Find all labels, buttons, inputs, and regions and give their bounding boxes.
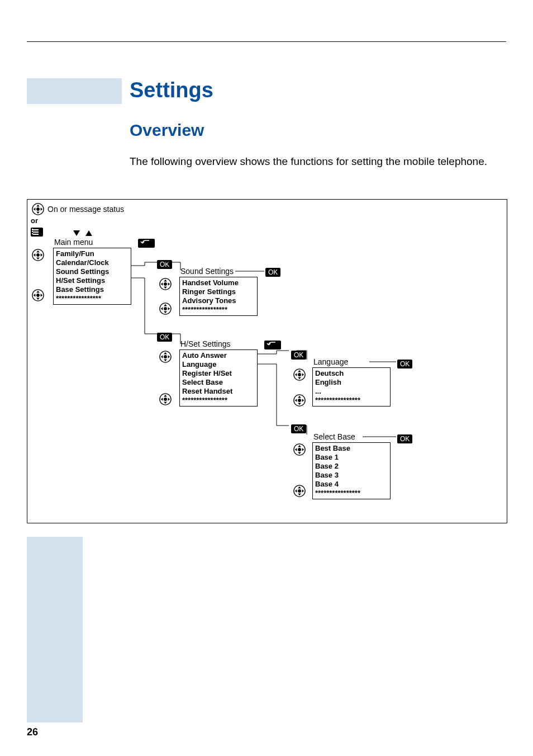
ok-badge: OK	[397, 433, 412, 443]
ok-badge: OK	[157, 332, 172, 342]
top-rule	[27, 41, 506, 42]
nav-icon	[32, 289, 44, 301]
hset-settings-box: Auto Answer Language Register H/Set Sele…	[179, 349, 258, 407]
connector-line	[363, 437, 402, 438]
menu-item: Advisory Tones	[182, 296, 255, 305]
page-title: Settings	[130, 78, 213, 102]
menu-item: Reset Handset	[182, 387, 255, 396]
menu-item: Select Base	[182, 378, 255, 387]
nav-icon	[293, 485, 306, 497]
back-badge	[264, 339, 281, 349]
menu-item: ****************	[182, 305, 255, 314]
svg-point-17	[298, 373, 301, 376]
down-triangle-icon	[73, 228, 80, 238]
connector-line	[131, 278, 182, 351]
ok-badge: OK	[291, 349, 306, 360]
left-heading-band	[27, 78, 122, 104]
menu-item: Best Base	[315, 444, 388, 453]
menu-overview-diagram: On or message status or Main menu Family…	[27, 199, 507, 523]
sound-settings-box: Handset Volume Ringer Settings Advisory …	[179, 277, 258, 316]
menu-item: Base 1	[315, 453, 388, 462]
nav-icon	[293, 394, 306, 407]
menu-key-icon	[31, 226, 43, 237]
menu-item: Language	[182, 360, 255, 369]
ok-badge: OK	[265, 267, 280, 277]
svg-point-1	[36, 207, 40, 211]
svg-point-9	[164, 307, 167, 310]
nav-icon	[159, 303, 172, 315]
menu-item: Family/Fun	[56, 249, 129, 258]
language-label: Language	[313, 357, 348, 366]
svg-point-24	[298, 489, 301, 493]
ok-badge: OK	[291, 423, 306, 433]
hset-settings-label: H/Set Settings	[180, 339, 231, 348]
page-number: 26	[27, 726, 38, 738]
menu-item: Calendar/Clock	[56, 258, 129, 267]
connector-line	[131, 266, 182, 276]
nav-icon	[32, 203, 44, 215]
menu-item: H/Set Settings	[56, 276, 129, 285]
menu-item: ****************	[56, 294, 129, 303]
svg-point-3	[36, 253, 40, 257]
menu-item: Deutsch	[315, 369, 388, 378]
menu-item: Handset Volume	[182, 278, 255, 287]
menu-item: Auto Answer	[182, 351, 255, 360]
menu-item: ****************	[315, 489, 388, 498]
svg-point-7	[164, 282, 167, 286]
ok-badge: OK	[157, 259, 172, 269]
nav-icon	[159, 393, 172, 405]
menu-item: Base Settings	[56, 285, 129, 294]
left-side-bar	[27, 537, 83, 722]
svg-point-22	[298, 448, 301, 451]
ok-badge: OK	[397, 358, 412, 368]
nav-icon	[293, 443, 306, 456]
menu-item: English	[315, 378, 388, 387]
nav-icon	[159, 351, 172, 363]
menu-item: Base 3	[315, 471, 388, 480]
or-label: or	[31, 216, 38, 225]
menu-item: Base 2	[315, 462, 388, 471]
up-triangle-icon	[85, 228, 92, 238]
nav-icon	[293, 368, 306, 381]
back-badge	[138, 238, 155, 248]
select-base-box: Best Base Base 1 Base 2 Base 3 Base 4 **…	[312, 442, 391, 499]
sound-settings-label: Sound Settings	[180, 267, 234, 276]
svg-point-12	[164, 355, 167, 358]
svg-point-5	[36, 294, 40, 297]
select-base-label: Select Base	[313, 432, 355, 441]
language-box: Deutsch English ... ****************	[312, 367, 391, 407]
menu-item: ...	[315, 387, 388, 396]
menu-item: Ringer Settings	[182, 287, 255, 296]
svg-point-19	[298, 399, 301, 402]
connector-line	[235, 271, 269, 272]
menu-item: ****************	[315, 396, 388, 405]
menu-item: ****************	[182, 396, 255, 405]
menu-item: Sound Settings	[56, 267, 129, 276]
intro-text: The following overview shows the functio…	[130, 154, 499, 169]
menu-item: Register H/Set	[182, 369, 255, 378]
nav-icon	[159, 278, 172, 290]
main-menu-box: Family/Fun Calendar/Clock Sound Settings…	[53, 248, 131, 305]
menu-item: Base 4	[315, 480, 388, 489]
section-title: Overview	[130, 121, 204, 140]
main-menu-label: Main menu	[54, 238, 93, 247]
status-label: On or message status	[47, 205, 124, 214]
nav-icon	[32, 249, 44, 261]
svg-point-14	[164, 398, 167, 401]
